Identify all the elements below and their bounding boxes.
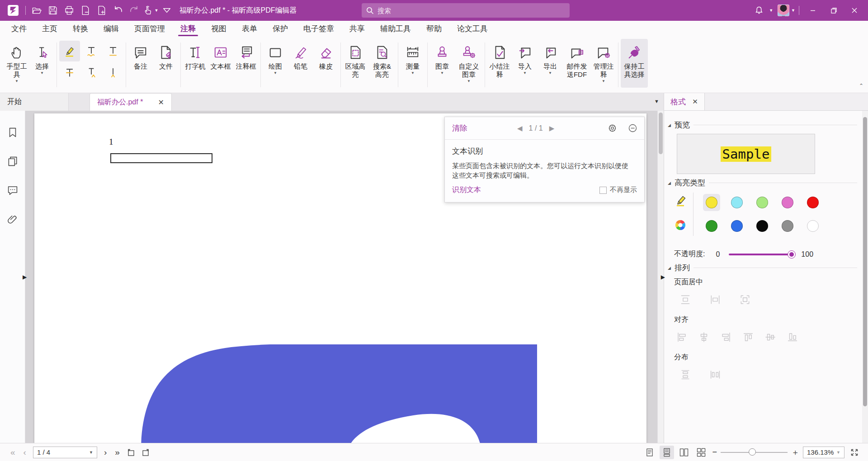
clear-link[interactable]: 清除 [452, 123, 467, 133]
color-blue[interactable] [728, 217, 745, 235]
zoom-dropdown-icon[interactable]: ▼ [836, 450, 840, 455]
ribbon-tool-typewriter[interactable]: 打字机 [183, 39, 208, 88]
ribbon-tool-area-highlight[interactable]: 区域高亮 [343, 39, 368, 88]
customize-quick-access-button[interactable] [159, 3, 175, 18]
view-continuous-button[interactable] [660, 446, 674, 459]
zoom-out-button[interactable]: − [712, 447, 717, 457]
menu-tab-11[interactable]: 辅助工具 [373, 21, 419, 36]
ribbon-tool-manage[interactable]: 管理注释▼ [591, 39, 616, 88]
squiggly-button[interactable] [81, 41, 102, 61]
zoom-slider-thumb[interactable] [749, 448, 756, 456]
menu-tab-2[interactable]: 转换 [65, 21, 96, 36]
zoom-level-box[interactable]: 136.13% ▼ [803, 447, 844, 458]
align-top-button[interactable] [737, 328, 759, 346]
popup-settings-gear-icon[interactable] [608, 124, 617, 132]
collapse-highlight-type-icon[interactable]: ◢ [668, 181, 671, 185]
recognize-text-link[interactable]: 识别文本 [452, 185, 481, 195]
center-vertical-button[interactable] [700, 291, 730, 309]
collapse-preview-icon[interactable]: ◢ [668, 123, 671, 127]
menu-tab-6[interactable]: 视图 [203, 21, 234, 36]
last-page-button[interactable]: » [111, 447, 124, 457]
restore-button[interactable] [824, 3, 844, 18]
menu-tab-10[interactable]: 共享 [342, 21, 373, 36]
bell-dropdown-arrow[interactable]: ▼ [769, 8, 773, 13]
menu-tab-13[interactable]: 论文工具 [449, 21, 495, 36]
insert-text-button[interactable] [103, 62, 123, 83]
fullscreen-button[interactable] [847, 446, 862, 459]
search-box[interactable] [362, 3, 570, 18]
ribbon-tool-pencil[interactable]: 铅笔 [288, 39, 313, 88]
open-button[interactable] [28, 3, 45, 18]
close-format-panel-icon[interactable]: ✕ [692, 98, 698, 106]
undo-button[interactable] [110, 3, 126, 18]
zoom-slider[interactable] [721, 452, 788, 453]
print-button[interactable] [61, 3, 77, 18]
color-red[interactable] [804, 194, 821, 211]
menu-tab-3[interactable]: 编辑 [96, 21, 127, 36]
color-cyan[interactable] [728, 194, 745, 211]
panel-scrollbar-thumb[interactable] [863, 117, 867, 406]
touch-mode-button[interactable]: ▼ [142, 3, 159, 18]
sidebar-pages-button[interactable] [4, 152, 22, 170]
menu-tab-9[interactable]: 电子签章 [296, 21, 342, 36]
ribbon-tool-measure[interactable]: 测量▼ [401, 39, 425, 88]
prev-page-button[interactable]: ‹ [19, 447, 30, 457]
avatar-dropdown-arrow[interactable]: ▼ [791, 8, 795, 13]
dropdown-arrow[interactable]: ▼ [548, 71, 552, 75]
collapse-arrange-icon[interactable]: ◢ [668, 266, 671, 270]
replace-text-button[interactable] [81, 62, 102, 83]
menu-tab-5[interactable]: 注释 [173, 21, 203, 36]
close-tab-icon[interactable]: ✕ [158, 98, 164, 107]
ribbon-tool-import[interactable]: 导入▼ [513, 39, 537, 88]
dropdown-arrow[interactable]: ▼ [602, 79, 605, 83]
page-remove-button[interactable] [77, 3, 94, 18]
dropdown-arrow[interactable]: ▼ [15, 79, 19, 83]
format-panel-tab[interactable]: 格式 ✕ [664, 93, 705, 110]
align-right-button[interactable] [715, 328, 737, 346]
align-middle-h-button[interactable] [759, 328, 781, 346]
menu-tab-4[interactable]: 页面管理 [127, 21, 173, 36]
center-both-button[interactable] [730, 291, 760, 309]
color-wheel-icon[interactable] [674, 219, 688, 231]
menu-tab-0[interactable]: 文件 [4, 21, 34, 36]
collapse-ribbon-icon[interactable]: ⌃ [859, 83, 863, 89]
rotate-cw-button[interactable] [138, 446, 153, 459]
opacity-slider[interactable] [729, 254, 792, 255]
first-page-button[interactable]: « [6, 447, 19, 457]
close-button[interactable] [844, 3, 864, 18]
rotate-ccw-button[interactable] [124, 446, 138, 459]
dropdown-arrow[interactable]: ▼ [40, 71, 44, 75]
highlighter-button[interactable] [59, 41, 80, 61]
underline-button[interactable] [103, 41, 123, 61]
minimize-button[interactable] [803, 3, 823, 18]
dropdown-arrow[interactable]: ▼ [467, 79, 471, 83]
dont-show-checkbox[interactable] [599, 187, 607, 194]
dropdown-arrow[interactable]: ▼ [440, 71, 444, 75]
ribbon-tool-stamp[interactable]: 图章▼ [430, 39, 454, 88]
color-green[interactable] [703, 217, 720, 235]
menu-tab-1[interactable]: 主页 [34, 21, 65, 36]
panel-scrollbar[interactable] [862, 111, 868, 443]
distribute-vertical-button[interactable] [670, 366, 700, 384]
document-scrollbar-thumb[interactable] [659, 113, 663, 154]
sidebar-attachment-button[interactable] [4, 210, 22, 228]
ribbon-tool-draw[interactable]: 绘图▼ [263, 39, 288, 88]
ribbon-tool-textbox[interactable]: 文本框 [208, 39, 233, 88]
ribbon-tool-select[interactable]: 选择▼ [30, 39, 54, 88]
page-number-box[interactable]: 1 / 4 ▼ [33, 447, 97, 458]
tab-document[interactable]: 福昕办公.pdf * ✕ [90, 93, 172, 111]
menu-tab-7[interactable]: 表单 [234, 21, 265, 36]
ribbon-tool-hand[interactable]: 手型工具▼ [5, 39, 29, 88]
sidebar-comments-button[interactable] [4, 181, 22, 199]
sidebar-bookmark-button[interactable] [4, 123, 22, 141]
menu-tab-8[interactable]: 保护 [265, 21, 296, 36]
color-light-green[interactable] [754, 194, 771, 211]
page-dropdown-icon[interactable]: ▼ [89, 450, 93, 455]
zoom-in-button[interactable]: ＋ [791, 447, 799, 458]
color-white[interactable] [804, 217, 821, 235]
popup-prev-icon[interactable]: ◀ [517, 124, 523, 132]
dropdown-arrow[interactable]: ▼ [523, 71, 527, 75]
ribbon-tool-file-attach[interactable]: 文件 [154, 39, 178, 88]
align-center-v-button[interactable] [693, 328, 715, 346]
strikeout-button[interactable] [59, 62, 80, 83]
